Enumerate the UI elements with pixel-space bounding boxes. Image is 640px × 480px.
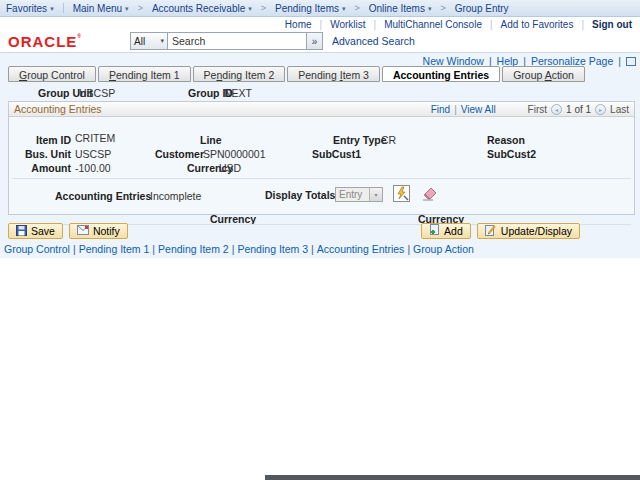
notify-icon xyxy=(77,225,89,237)
toolbar-left: Save Notify xyxy=(8,223,128,239)
breadcrumb-label: Accounts Receivable xyxy=(152,3,245,14)
update-display-label: Update/Display xyxy=(501,225,572,237)
breadcrumb-separator: > xyxy=(138,3,143,13)
update-display-icon xyxy=(485,224,497,238)
divider: | xyxy=(149,243,158,255)
search-scope-value: All xyxy=(134,36,145,47)
save-button[interactable]: Save xyxy=(8,223,63,239)
groupbox-title: Accounting Entries xyxy=(14,103,102,115)
breadcrumb-accounts-receivable[interactable]: Accounts Receivable ▾ xyxy=(152,3,252,14)
tab-group-action[interactable]: Group Action xyxy=(502,66,585,82)
search-bar: All ▾ » Advanced Search xyxy=(130,32,415,50)
footer-link-pending-item-2[interactable]: Pending Item 2 xyxy=(158,243,229,255)
page-content: New Window | Help | Personalize Page | G… xyxy=(0,52,640,258)
previous-row-button[interactable]: ◂ xyxy=(551,104,562,115)
breadcrumb: Favorites ▾ Main Menu ▾ > Accounts Recei… xyxy=(0,0,640,17)
footer-link-pending-item-3[interactable]: Pending Item 3 xyxy=(237,243,308,255)
multichannel-console-link[interactable]: MultiChannel Console xyxy=(376,19,490,30)
breadcrumb-label: Pending Items xyxy=(275,3,339,14)
breadcrumb-favorites[interactable]: Favorites ▾ xyxy=(6,3,54,14)
next-row-button[interactable]: ▸ xyxy=(595,104,606,115)
divider: | xyxy=(454,104,457,115)
notify-button[interactable]: Notify xyxy=(69,223,128,239)
customer-value: SPN0000001 xyxy=(203,148,265,160)
accounting-entries-groupbox: Accounting Entries Find | View All First… xyxy=(8,101,635,215)
worklist-link[interactable]: Worklist xyxy=(322,19,373,30)
bus-unit-label: Bus. Unit xyxy=(19,148,71,160)
group-id-value: NEXT xyxy=(224,87,252,99)
entry-type-label: Entry Type xyxy=(333,134,386,146)
home-link[interactable]: Home xyxy=(277,19,320,30)
divider: | xyxy=(618,55,621,67)
breadcrumb-online-items[interactable]: Online Items ▾ xyxy=(369,3,432,14)
chevron-down-icon: ▾ xyxy=(160,37,164,45)
footer-link-pending-item-1[interactable]: Pending Item 1 xyxy=(79,243,150,255)
tab-pending-item-1[interactable]: Pending Item 1 xyxy=(98,66,191,82)
add-label: Add xyxy=(444,225,463,237)
customer-label: Customer xyxy=(155,148,204,160)
footer-links: Group Control|Pending Item 1|Pending Ite… xyxy=(4,243,474,255)
breadcrumb-separator: > xyxy=(440,3,445,13)
groupbox-body: Item ID CRITEM Line Entry Type CR Reason… xyxy=(9,117,634,214)
search-go-button[interactable]: » xyxy=(306,32,323,50)
entry-type-value: CR xyxy=(381,134,396,146)
line-label: Line xyxy=(200,134,222,146)
add-button[interactable]: Add xyxy=(421,223,471,239)
notify-label: Notify xyxy=(93,225,120,237)
utility-nav: Home | Worklist | MultiChannel Console |… xyxy=(277,18,636,31)
update-display-button[interactable]: Update/Display xyxy=(477,223,580,239)
chevron-down-icon: ▾ xyxy=(125,5,129,12)
divider: | xyxy=(308,243,317,255)
groupbox-header: Accounting Entries Find | View All First… xyxy=(9,102,634,117)
bus-unit-value: USCSP xyxy=(75,148,111,160)
breadcrumb-pending-items[interactable]: Pending Items ▾ xyxy=(275,3,345,14)
create-accounting-entries-button[interactable] xyxy=(393,185,410,202)
toolbar-right: Add Update/Display xyxy=(421,223,580,239)
copy-url-icon[interactable] xyxy=(626,57,636,66)
footer-link-group-action[interactable]: Group Action xyxy=(413,243,474,255)
chevron-down-icon: ▾ xyxy=(369,188,382,201)
chevron-down-icon: ▾ xyxy=(428,5,432,12)
chevron-down-icon: ▾ xyxy=(342,5,346,12)
breadcrumb-separator: > xyxy=(355,3,360,13)
tab-strip: Group Control Pending Item 1 Pending Ite… xyxy=(8,66,587,82)
breadcrumb-group-entry[interactable]: Group Entry xyxy=(455,3,509,14)
divider xyxy=(12,178,631,179)
search-scope-select[interactable]: All ▾ xyxy=(130,32,168,50)
reason-label: Reason xyxy=(487,134,525,146)
subcust1-label: SubCust1 xyxy=(312,148,361,160)
advanced-search-link[interactable]: Advanced Search xyxy=(332,35,415,47)
amount-value: -100.00 xyxy=(75,162,111,174)
peoplesoft-window: Favorites ▾ Main Menu ▾ > Accounts Recei… xyxy=(0,0,640,480)
divider: | xyxy=(70,243,79,255)
tab-group-control[interactable]: Group Control xyxy=(8,66,96,82)
tab-pending-item-2[interactable]: Pending Item 2 xyxy=(193,66,286,82)
find-link[interactable]: Find xyxy=(431,104,450,115)
search-input[interactable] xyxy=(167,32,307,50)
accounting-entries-status-label: Accounting Entries xyxy=(55,190,151,202)
breadcrumb-label: Main Menu xyxy=(73,3,122,14)
breadcrumb-label: Group Entry xyxy=(455,3,509,14)
breadcrumb-main-menu[interactable]: Main Menu ▾ xyxy=(73,3,129,14)
display-totals-select[interactable]: Entry ▾ xyxy=(335,187,383,202)
breadcrumb-separator: > xyxy=(261,3,266,13)
view-all-link[interactable]: View All xyxy=(461,104,496,115)
tab-pending-item-3[interactable]: Pending Item 3 xyxy=(287,66,380,82)
delete-accounting-entries-button[interactable] xyxy=(421,185,438,202)
tab-accounting-entries[interactable]: Accounting Entries xyxy=(382,66,500,82)
breadcrumb-label: Favorites xyxy=(6,3,47,14)
footer-link-accounting-entries[interactable]: Accounting Entries xyxy=(317,243,405,255)
divider xyxy=(63,3,64,13)
breadcrumb-label: Online Items xyxy=(369,3,425,14)
last-link[interactable]: Last xyxy=(610,104,629,115)
group-unit-value: USCSP xyxy=(79,87,115,99)
currency-value: USD xyxy=(219,162,241,174)
add-to-favorites-link[interactable]: Add to Favorites xyxy=(493,19,582,30)
save-label: Save xyxy=(31,225,55,237)
first-link[interactable]: First xyxy=(528,104,547,115)
sign-out-link[interactable]: Sign out xyxy=(584,19,636,30)
display-totals-value: Entry xyxy=(336,189,369,200)
footer-link-group-control[interactable]: Group Control xyxy=(4,243,70,255)
divider: | xyxy=(404,243,413,255)
chevron-down-icon: ▾ xyxy=(50,5,54,12)
